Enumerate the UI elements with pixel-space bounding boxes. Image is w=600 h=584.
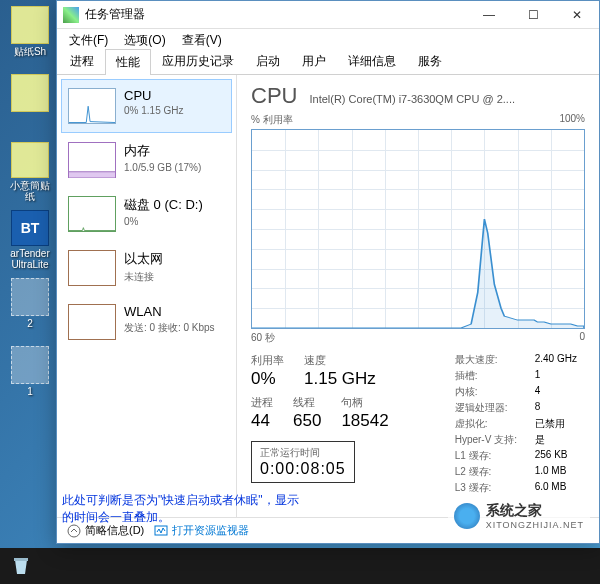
cpu-specs: 最大速度:2.40 GHz 插槽:1 内核:4 逻辑处理器:8 虚拟化:已禁用 … xyxy=(455,353,585,497)
watermark-logo-icon xyxy=(454,503,480,529)
tabbar: 进程 性能 应用历史记录 启动 用户 详细信息 服务 xyxy=(57,51,599,75)
sidebar-ethernet-label: 以太网 xyxy=(124,250,225,268)
tab-processes[interactable]: 进程 xyxy=(59,48,105,74)
sidebar-item-wlan[interactable]: WLAN发送: 0 接收: 0 Kbps xyxy=(61,295,232,349)
tab-performance[interactable]: 性能 xyxy=(105,49,151,75)
desktop-icon-note-1[interactable]: 贴纸Sh xyxy=(6,6,54,66)
y-axis-max: 100% xyxy=(559,113,585,127)
uptime-value: 0:00:08:05 xyxy=(260,460,346,478)
tab-users[interactable]: 用户 xyxy=(291,48,337,74)
recycle-bin-icon[interactable] xyxy=(6,551,36,581)
desktop-icon-bartender[interactable]: BTarTender UltraLite xyxy=(6,210,54,270)
desktop-icon-folder-1[interactable]: 1 xyxy=(6,346,54,406)
tab-details[interactable]: 详细信息 xyxy=(337,48,407,74)
window-controls: — ☐ ✕ xyxy=(467,1,599,29)
sidebar-item-ethernet[interactable]: 以太网未连接 xyxy=(61,241,232,295)
cpu-mini-chart xyxy=(68,88,116,124)
tab-app-history[interactable]: 应用历史记录 xyxy=(151,48,245,74)
sidebar-item-memory[interactable]: 内存1.0/5.9 GB (17%) xyxy=(61,133,232,187)
threads-value: 650 xyxy=(293,411,321,431)
wlan-mini-chart xyxy=(68,304,116,340)
maximize-button[interactable]: ☐ xyxy=(511,1,555,29)
taskbar[interactable] xyxy=(0,548,600,584)
performance-sidebar: CPU0% 1.15 GHz 内存1.0/5.9 GB (17%) 磁盘 0 (… xyxy=(57,75,237,517)
processes-value: 44 xyxy=(251,411,273,431)
desktop-icons-column: 贴纸Sh 小意簡贴纸 BTarTender UltraLite 2 1 xyxy=(0,0,60,584)
desktop-icon-note-2[interactable] xyxy=(6,74,54,134)
main-panel: CPU Intel(R) Core(TM) i7-3630QM CPU @ 2.… xyxy=(237,75,599,517)
content-area: CPU0% 1.15 GHz 内存1.0/5.9 GB (17%) 磁盘 0 (… xyxy=(57,75,599,517)
tab-startup[interactable]: 启动 xyxy=(245,48,291,74)
cpu-model: Intel(R) Core(TM) i7-3630QM CPU @ 2.... xyxy=(309,93,585,105)
desktop-icon-folder-2[interactable]: 2 xyxy=(6,278,54,338)
app-icon xyxy=(63,7,79,23)
sidebar-memory-label: 内存 xyxy=(124,142,225,160)
task-manager-window: 任务管理器 — ☐ ✕ 文件(F) 选项(O) 查看(V) 进程 性能 应用历史… xyxy=(56,0,600,544)
sidebar-wlan-label: WLAN xyxy=(124,304,225,319)
svg-rect-0 xyxy=(69,172,115,178)
tab-services[interactable]: 服务 xyxy=(407,48,453,74)
cpu-utilization-chart xyxy=(251,129,585,329)
y-axis-label: % 利用率 xyxy=(251,113,293,127)
main-title: CPU xyxy=(251,83,297,109)
sidebar-disk-label: 磁盘 0 (C: D:) xyxy=(124,196,225,214)
sidebar-cpu-label: CPU xyxy=(124,88,225,103)
minimize-button[interactable]: — xyxy=(467,1,511,29)
ethernet-mini-chart xyxy=(68,250,116,286)
titlebar[interactable]: 任务管理器 — ☐ ✕ xyxy=(57,1,599,29)
sidebar-item-cpu[interactable]: CPU0% 1.15 GHz xyxy=(61,79,232,133)
desktop-icon-note-3[interactable]: 小意簡贴纸 xyxy=(6,142,54,202)
close-button[interactable]: ✕ xyxy=(555,1,599,29)
window-title: 任务管理器 xyxy=(85,6,467,23)
watermark: 系统之家 XITONGZHIJIA.NET xyxy=(448,500,590,532)
memory-mini-chart xyxy=(68,142,116,178)
annotation-text: 此处可判断是否为"快速启动或者休眠"，显示 的时间会一直叠加。 xyxy=(62,492,299,526)
disk-mini-chart xyxy=(68,196,116,232)
x-axis-right: 0 xyxy=(579,331,585,345)
speed-value: 1.15 GHz xyxy=(304,369,376,389)
svg-point-1 xyxy=(68,525,80,537)
utilization-value: 0% xyxy=(251,369,284,389)
x-axis-left: 60 秒 xyxy=(251,331,275,345)
handles-value: 18542 xyxy=(341,411,388,431)
sidebar-item-disk[interactable]: 磁盘 0 (C: D:)0% xyxy=(61,187,232,241)
uptime-box: 正常运行时间 0:00:08:05 xyxy=(251,441,355,483)
